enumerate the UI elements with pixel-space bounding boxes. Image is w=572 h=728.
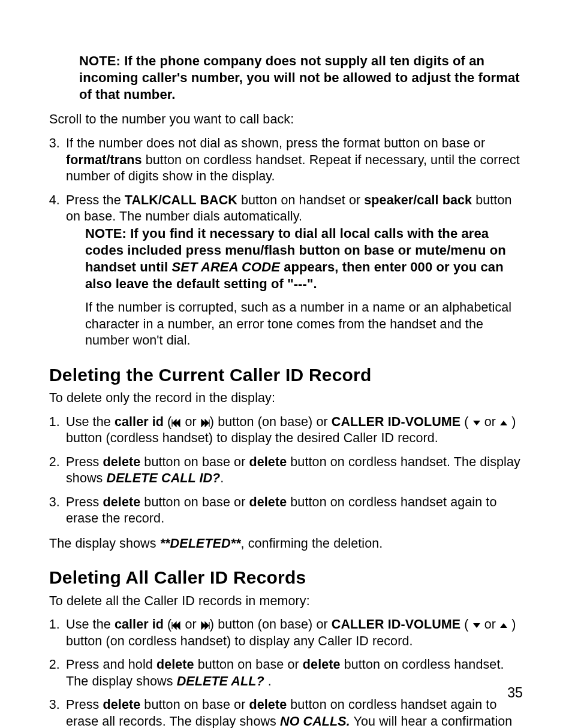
bold-text: delete [249,455,287,469]
text: ) button (on base) or [210,415,332,429]
bold-text: delete [103,495,141,509]
note-2: NOTE: If you find it necessary to dial a… [66,225,523,293]
text: or [481,617,499,632]
callback-steps: If the number does not dial as shown, pr… [49,135,523,349]
document-page: NOTE: If the phone company does not supp… [0,0,572,728]
skip-back-icon [171,621,181,630]
text: . [264,674,272,688]
bold-text: delete [156,657,194,672]
text: or [181,617,200,632]
skip-back-icon [171,419,181,427]
text: Press [66,697,103,712]
text: ( [460,617,472,632]
text: . [220,471,224,485]
step-1: Use the caller id ( or ) button (on base… [64,414,523,447]
step-1: Use the caller id ( or ) button (on base… [64,617,523,650]
text: button on base or [194,657,303,672]
text: Press [66,455,103,469]
bold-text: caller id [115,617,164,632]
text: button on base or [140,495,249,509]
text: Press and hold [66,657,156,672]
bold-text: caller id [115,415,164,429]
triangle-up-icon [499,420,508,426]
text: button on handset or [237,193,364,207]
delete-all-steps: Use the caller id ( or ) button (on base… [49,617,523,728]
text: Use the [66,617,115,632]
bold-text: TALK/CALL BACK [125,193,237,207]
text: The display shows [49,536,160,551]
bold-text: format/trans [66,153,142,167]
text: ( [164,617,171,632]
step-2: Press delete button on base or delete bu… [64,454,523,487]
triangle-down-icon [472,420,481,426]
text: or [181,415,200,429]
step-3: Press delete button on base or delete bu… [64,697,523,728]
bold-text: delete [103,697,141,712]
heading-delete-all: Deleting All Caller ID Records [49,566,523,589]
bold-italic-text: SET AREA CODE [171,259,280,274]
text: button on base or [140,697,249,712]
scroll-instruction: Scroll to the number you want to call ba… [49,111,523,128]
heading-delete-current: Deleting the Current Caller ID Record [49,364,523,386]
intro-delete-current: To delete only the record in the display… [49,390,523,407]
step-3: Press delete button on base or delete bu… [64,494,523,527]
intro-delete-all: To delete all the Caller ID records in m… [49,593,523,610]
bold-italic-text: DELETE ALL? [177,674,264,688]
text: Use the [66,415,115,429]
text: ) button (on base) or [210,617,332,632]
note-1: NOTE: If the phone company does not supp… [49,53,523,103]
step-2: Press and hold delete button on base or … [64,657,523,690]
text: ( [164,415,171,429]
bold-italic-text: **DELETED** [160,536,241,551]
text: , confirming the deletion. [241,536,383,551]
bold-text: CALLER ID-VOLUME [332,617,460,632]
text: Press [66,495,103,509]
skip-forward-icon [200,621,210,630]
skip-forward-icon [200,419,210,427]
step-3: If the number does not dial as shown, pr… [64,135,523,185]
bold-text: speaker/call back [364,193,472,207]
bold-italic-text: NO CALLS. [280,714,350,728]
text: Press the [66,193,125,207]
bold-text: CALLER ID-VOLUME [332,415,460,429]
delete-current-steps: Use the caller id ( or ) button (on base… [49,414,523,527]
text: or [481,415,499,429]
triangle-down-icon [472,623,481,629]
bold-italic-text: DELETE CALL ID? [107,471,221,485]
text: ( [460,415,472,429]
bold-text: delete [303,657,341,672]
bold-text: delete [249,697,287,712]
deleted-confirm: The display shows **DELETED**, confirmin… [49,536,523,552]
text: If the number does not dial as shown, pr… [66,136,485,150]
bold-text: delete [249,495,287,509]
triangle-up-icon [499,623,508,629]
page-number: 35 [507,684,523,702]
step-4: Press the TALK/CALL BACK button on hands… [64,192,523,349]
text: button on base or [140,455,249,469]
corrupted-note: If the number is corrupted, such as a nu… [66,300,523,349]
bold-text: delete [103,455,141,469]
